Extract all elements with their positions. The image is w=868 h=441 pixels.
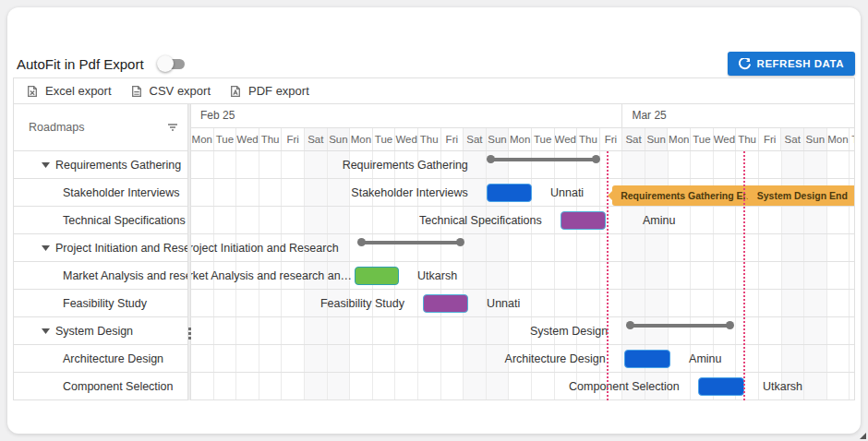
timeline-month-cell: Mar 25 (622, 104, 854, 127)
grid-row[interactable]: Requirements Gathering (14, 151, 187, 179)
task-resource-label: Aminu (689, 345, 721, 373)
collapse-caret-icon[interactable] (42, 245, 50, 251)
collapse-caret-icon[interactable] (42, 328, 50, 334)
grid-row[interactable]: Feasibility Study (14, 290, 187, 317)
timeline-day-cell: Thu (418, 128, 441, 150)
timeline-day-cell: Sat (464, 128, 487, 150)
taskbar[interactable] (355, 267, 399, 285)
task-left-label: Stakeholder Interviews (351, 179, 467, 207)
task-resource-label: Aminu (643, 207, 675, 234)
task-left-label: Project Initiation and Research (191, 234, 339, 262)
grid-row[interactable]: Market Analysis and researc… (14, 262, 187, 290)
grid-row[interactable]: Stakeholder Interviews (14, 179, 187, 207)
grid-header-label: Roadmaps (29, 121, 84, 134)
timeline-day-cell: Sat (305, 128, 328, 150)
grid-row-label: Architecture Design (63, 352, 163, 365)
excel-export-button[interactable]: Excel export (18, 80, 120, 102)
grid-row-label: Feasibility Study (63, 297, 147, 310)
summary-taskbar[interactable] (357, 238, 465, 246)
pdf-export-button[interactable]: PDF export (221, 80, 318, 102)
grid-row-label: Market Analysis and researc… (63, 269, 187, 282)
taskbar[interactable] (487, 184, 532, 202)
grid-row-label: Technical Specifications (63, 214, 186, 227)
task-left-label: Architecture Design (505, 345, 606, 373)
timeline-day-cell: Thu (259, 128, 283, 150)
timeline-day-cell: Fri (441, 128, 464, 150)
collapse-caret-icon[interactable] (42, 162, 50, 168)
gantt-control: Excel exportCSV exportPDF export Roadmap… (13, 77, 855, 400)
top-bar: AutoFit in Pdf Export REFRESH DATA (17, 48, 855, 79)
summary-taskbar[interactable] (487, 155, 600, 163)
taskbar[interactable] (698, 377, 744, 396)
chart-body: Requirements GatheringStakeholder Interv… (191, 151, 854, 400)
event-marker-label: Requirements Gathering End (612, 185, 763, 206)
task-left-label: System Design (530, 317, 608, 345)
event-marker-line (607, 151, 609, 400)
task-grid: Roadmaps Requirements GatheringStakehold… (14, 104, 187, 400)
gantt-chart: Feb 25Mar 25 MonTueWedThuFriSatSunMonTue… (191, 104, 854, 400)
timeline-day-cell: Mon (827, 128, 850, 150)
gantt-body: Roadmaps Requirements GatheringStakehold… (14, 104, 854, 400)
autofit-toggle[interactable] (157, 57, 187, 70)
grid-row[interactable]: Project Initiation and Research (14, 234, 187, 262)
task-resource-label: Utkarsh (417, 262, 457, 290)
summary-taskbar[interactable] (626, 321, 734, 329)
grid-row[interactable]: Architecture Design (14, 345, 187, 373)
grid-column-header[interactable]: Roadmaps (14, 104, 187, 151)
timeline-day-cell: Fri (600, 128, 623, 150)
timeline-day-cell: Sun (328, 128, 351, 150)
grid-row[interactable]: System Design (14, 317, 187, 345)
task-resource-label: Unnati (487, 290, 520, 317)
event-marker-label: System Design End (749, 185, 854, 206)
chart-row (191, 317, 854, 345)
autofit-label: AutoFit in Pdf Export (17, 56, 144, 72)
toolbar-button-label: Excel export (45, 84, 112, 98)
toggle-knob[interactable] (157, 55, 174, 72)
timeline-day-cell: Sun (804, 128, 827, 150)
timeline-day-cell: Sun (645, 128, 669, 150)
timeline-day-row: MonTueWedThuFriSatSunMonTueWedThuFriSatS… (191, 128, 854, 151)
timeline-month-cell: Feb 25 (191, 104, 622, 127)
grid-row[interactable]: Technical Specifications (14, 207, 187, 234)
autofit-setting: AutoFit in Pdf Export (17, 56, 187, 72)
chart-row (191, 373, 854, 400)
timeline-day-cell: Wed (236, 128, 259, 150)
task-left-label: Technical Specifications (419, 207, 542, 234)
timeline-day-cell: Tue (214, 128, 237, 150)
task-left-label: Market Analysis and research an… (191, 262, 352, 290)
timeline-month-row: Feb 25Mar 25 (191, 104, 854, 128)
refresh-label: REFRESH DATA (757, 58, 844, 69)
grid-row-label: System Design (55, 325, 133, 338)
resize-grip-icon[interactable] (860, 433, 866, 439)
taskbar[interactable] (561, 211, 606, 230)
taskbar[interactable] (423, 294, 468, 313)
grid-row-label: Project Initiation and Research (55, 242, 187, 255)
refresh-data-button[interactable]: REFRESH DATA (728, 52, 855, 76)
gantt-toolbar: Excel exportCSV exportPDF export (14, 78, 854, 104)
timeline-day-cell: Fri (282, 128, 305, 150)
timeline-day-cell: Sat (622, 128, 645, 150)
refresh-icon (739, 58, 751, 70)
timeline-day-cell: Wed (395, 128, 418, 150)
timeline-day-cell: Mon (509, 128, 532, 150)
timeline-day-cell: Tue (850, 128, 854, 150)
grid-row-label: Component Selection (63, 380, 174, 393)
task-resource-label: Unnati (550, 179, 584, 207)
task-left-label: Feasibility Study (320, 290, 404, 317)
csv-file-icon (130, 85, 143, 98)
task-left-label: Component Selection (569, 373, 680, 400)
timeline-day-cell: Tue (373, 128, 396, 150)
task-resource-label: Utkarsh (763, 373, 802, 400)
grid-row-label: Requirements Gathering (55, 159, 181, 172)
timeline-day-cell: Thu (736, 128, 759, 150)
timeline-day-cell: Mon (191, 128, 214, 150)
filter-icon[interactable] (167, 122, 178, 133)
grid-row[interactable]: Component Selection (14, 373, 187, 400)
taskbar[interactable] (624, 350, 670, 368)
timeline-day-cell: Tue (532, 128, 555, 150)
timeline-day-cell: Wed (555, 128, 578, 150)
task-left-label: Requirements Gathering (343, 151, 468, 179)
timeline-day-cell: Thu (577, 128, 600, 150)
csv-export-button[interactable]: CSV export (122, 80, 219, 102)
timeline-day-cell: Fri (759, 128, 782, 150)
